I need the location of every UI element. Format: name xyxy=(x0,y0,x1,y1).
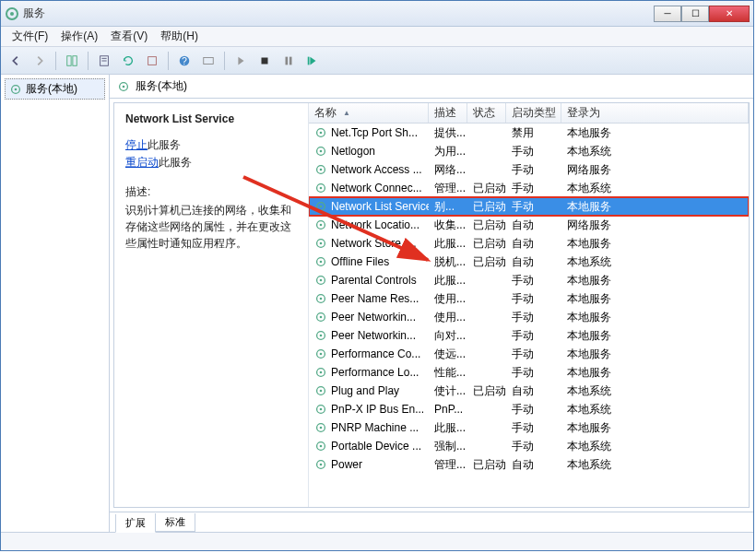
properties-button[interactable] xyxy=(93,51,115,71)
gear-icon xyxy=(117,80,130,93)
tree-root-label: 服务(本地) xyxy=(26,81,77,97)
cell-desc: 网络... xyxy=(429,162,467,178)
start-service-button[interactable] xyxy=(230,51,252,71)
show-hide-tree-button[interactable] xyxy=(61,51,83,71)
cell-desc: 使计... xyxy=(429,383,467,399)
maximize-button[interactable]: ☐ xyxy=(681,6,709,22)
cell-desc: 使用... xyxy=(429,291,467,307)
table-row[interactable]: Peer Name Res...使用...手动本地服务 xyxy=(309,289,749,308)
col-header-desc[interactable]: 描述 xyxy=(429,103,467,123)
cell-name: Peer Networkin... xyxy=(309,311,429,324)
cell-startup: 手动 xyxy=(506,162,561,178)
table-row[interactable]: Net.Tcp Port Sh...提供...禁用本地服务 xyxy=(309,124,749,142)
table-row[interactable]: Peer Networkin...向对...手动本地服务 xyxy=(309,326,749,345)
svg-point-1 xyxy=(10,12,14,16)
refresh-button[interactable] xyxy=(117,51,139,71)
svg-rect-3 xyxy=(73,55,77,65)
svg-point-26 xyxy=(320,187,323,190)
menu-help[interactable]: 帮助(H) xyxy=(155,27,204,46)
cell-desc: PnP... xyxy=(429,403,467,416)
col-header-name[interactable]: 名称 xyxy=(309,103,429,123)
stop-service-button[interactable] xyxy=(254,51,276,71)
left-tree-pane: 服务(本地) xyxy=(1,75,110,532)
cell-logon: 本地系统 xyxy=(561,439,749,454)
table-row[interactable]: Power管理...已启动自动本地系统 xyxy=(309,455,749,474)
cell-logon: 本地系统 xyxy=(561,181,749,196)
restart-link[interactable]: 重启动 xyxy=(125,156,159,169)
cell-startup: 手动 xyxy=(506,199,561,215)
pause-service-button[interactable] xyxy=(278,51,300,71)
export-button[interactable] xyxy=(141,51,163,71)
menu-file[interactable]: 文件(F) xyxy=(6,27,53,46)
cell-logon: 本地服务 xyxy=(561,199,749,215)
close-button[interactable]: ✕ xyxy=(709,6,750,22)
cell-desc: 为用... xyxy=(429,144,467,159)
table-row[interactable]: Network List Service别...已启动手动本地服务 xyxy=(309,197,749,216)
cell-startup: 手动 xyxy=(506,328,561,344)
forward-button[interactable] xyxy=(29,51,51,71)
services-grid: 名称 描述 状态 启动类型 登录为 Net.Tcp Port Sh...提供..… xyxy=(308,103,749,507)
cell-desc: 此服... xyxy=(429,420,467,436)
cell-logon: 本地系统 xyxy=(561,402,749,418)
help-button[interactable]: ? xyxy=(173,51,195,71)
tab-standard[interactable]: 标准 xyxy=(155,513,195,532)
back-button[interactable] xyxy=(5,51,27,71)
col-header-status[interactable]: 状态 xyxy=(467,103,506,123)
cell-desc: 此服... xyxy=(429,273,467,288)
menu-view[interactable]: 查看(V) xyxy=(105,27,153,46)
toolbar: ? xyxy=(1,47,753,75)
cell-startup: 自动 xyxy=(506,457,561,473)
svg-point-30 xyxy=(320,224,323,227)
menu-action[interactable]: 操作(A) xyxy=(55,27,103,46)
grid-body[interactable]: Net.Tcp Port Sh...提供...禁用本地服务Netlogon为用.… xyxy=(309,124,749,507)
restart-service-button[interactable] xyxy=(301,51,324,71)
cell-status: 已启动 xyxy=(467,236,506,252)
table-row[interactable]: Netlogon为用...手动本地系统 xyxy=(309,142,749,160)
svg-point-56 xyxy=(320,464,323,466)
cell-logon: 本地系统 xyxy=(561,254,749,270)
cell-status: 已启动 xyxy=(467,383,506,399)
table-row[interactable]: Peer Networkin...使用...手动本地服务 xyxy=(309,308,749,326)
detail-pane: Network List Service 停止此服务 重启动此服务 描述: 识别… xyxy=(114,103,308,507)
cell-startup: 手动 xyxy=(506,310,561,325)
cell-startup: 手动 xyxy=(506,402,561,418)
cell-logon: 本地系统 xyxy=(561,457,749,473)
table-row[interactable]: Network Connec...管理...已启动手动本地系统 xyxy=(309,179,749,197)
tree-root-services[interactable]: 服务(本地) xyxy=(5,78,105,100)
cell-desc: 使远... xyxy=(429,347,467,362)
cell-status: 已启动 xyxy=(467,181,506,196)
table-row[interactable]: PNRP Machine ...此服...手动本地服务 xyxy=(309,418,749,437)
col-header-startup[interactable]: 启动类型 xyxy=(506,103,561,123)
description-text: 识别计算机已连接的网络，收集和存储这些网络的属性，并在更改这些属性时通知应用程序… xyxy=(125,202,297,252)
tab-extended[interactable]: 扩展 xyxy=(115,514,156,533)
stop-link[interactable]: 停止 xyxy=(125,138,148,151)
cell-logon: 本地服务 xyxy=(561,310,749,325)
table-row[interactable]: Network Store I...此服...已启动自动本地服务 xyxy=(309,234,749,253)
cell-startup: 自动 xyxy=(506,218,561,233)
svg-rect-11 xyxy=(262,57,268,64)
minimize-button[interactable]: ─ xyxy=(654,6,681,22)
table-row[interactable]: Parental Controls此服...手动本地服务 xyxy=(309,271,749,289)
cell-name: Power xyxy=(309,458,429,471)
table-row[interactable]: Performance Lo...性能...手动本地服务 xyxy=(309,363,749,382)
cell-desc: 别... xyxy=(429,199,467,215)
table-row[interactable]: Performance Co...使远...手动本地服务 xyxy=(309,345,749,363)
cell-logon: 本地服务 xyxy=(561,291,749,307)
cell-desc: 收集... xyxy=(429,218,467,233)
table-row[interactable]: Network Access ...网络...手动网络服务 xyxy=(309,160,749,179)
grid-header: 名称 描述 状态 启动类型 登录为 xyxy=(309,103,749,124)
table-row[interactable]: PnP-X IP Bus En...PnP...手动本地系统 xyxy=(309,400,749,418)
table-row[interactable]: Plug and Play使计...已启动自动本地系统 xyxy=(309,382,749,400)
col-header-logon[interactable]: 登录为 xyxy=(561,103,749,123)
table-row[interactable]: Network Locatio...收集...已启动自动网络服务 xyxy=(309,216,749,234)
cell-desc: 此服... xyxy=(429,236,467,252)
cell-logon: 本地系统 xyxy=(561,144,749,159)
table-row[interactable]: Portable Device ...强制...手动本地系统 xyxy=(309,437,749,455)
cell-status: 已启动 xyxy=(467,254,506,270)
table-row[interactable]: Offline Files脱机...已启动自动本地系统 xyxy=(309,253,749,271)
titlebar[interactable]: 服务 ─ ☐ ✕ xyxy=(1,1,753,27)
cell-startup: 禁用 xyxy=(506,125,561,141)
services-window: 服务 ─ ☐ ✕ 文件(F) 操作(A) 查看(V) 帮助(H) ? xyxy=(0,0,754,551)
toolbar-icon[interactable] xyxy=(197,51,219,71)
cell-startup: 自动 xyxy=(506,236,561,252)
